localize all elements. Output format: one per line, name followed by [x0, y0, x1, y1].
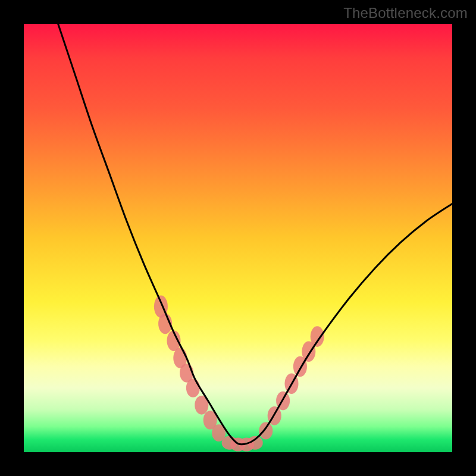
curve-svg [24, 24, 452, 452]
plot-area [24, 24, 452, 452]
data-marker [311, 326, 324, 347]
chart-frame: TheBottleneck.com [0, 0, 476, 476]
data-marker [259, 422, 273, 440]
bottleneck-curve [58, 24, 452, 444]
watermark-text: TheBottleneck.com [343, 5, 468, 21]
data-marker [186, 378, 200, 397]
